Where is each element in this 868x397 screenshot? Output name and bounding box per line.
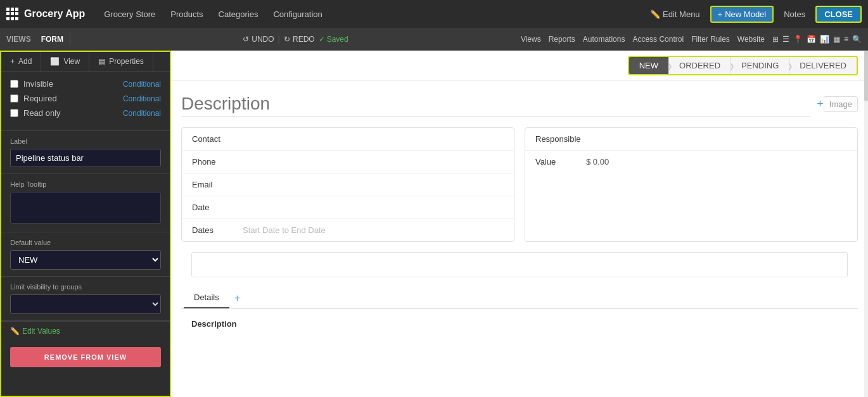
tab-bar: Details +	[181, 287, 858, 309]
label-input[interactable]	[10, 149, 161, 167]
properties-button[interactable]: ▤ Properties	[89, 52, 153, 71]
views-link[interactable]: Views	[521, 35, 541, 44]
reports-link[interactable]: Reports	[549, 35, 575, 44]
plus-icon: +	[10, 57, 15, 66]
email-row: Email	[182, 173, 514, 196]
contact-row: Contact	[182, 128, 514, 151]
form-columns: Contact Phone Email Date	[181, 127, 858, 242]
dates-row: Dates Start Date to End Date	[182, 219, 514, 241]
form-header: + Image	[181, 91, 858, 117]
toolbar-icon-search[interactable]: 🔍	[852, 35, 862, 44]
form-title-input[interactable]	[181, 91, 810, 117]
views-label[interactable]: VIEWS	[6, 35, 31, 44]
status-steps: NEW ORDERED PENDING DELIVERED	[628, 56, 858, 75]
scroll-thumb	[864, 51, 868, 101]
form-label[interactable]: FORM	[41, 35, 63, 44]
sub-nav-left: VIEWS FORM	[6, 35, 63, 44]
form-right-col: Responsible Value $ 0.00	[525, 127, 858, 242]
dates-label: Dates	[192, 225, 243, 235]
default-value-label: Default value	[10, 239, 161, 246]
edit-values-icon: ✏️	[10, 327, 20, 336]
phone-label: Phone	[192, 157, 243, 167]
toolbar-icon-7[interactable]: ≡	[844, 35, 848, 44]
filter-rules-link[interactable]: Filter Rules	[691, 35, 730, 44]
nav-categories[interactable]: Categories	[212, 7, 265, 22]
app-grid-icon[interactable]	[6, 8, 19, 20]
responsible-label: Responsible	[535, 134, 586, 144]
nav-grocery-store[interactable]: Grocery Store	[98, 7, 162, 22]
tab-details[interactable]: Details	[184, 287, 229, 308]
description-section: Description	[181, 309, 858, 339]
nav-products[interactable]: Products	[164, 7, 209, 22]
add-row-btn[interactable]: +	[817, 98, 824, 111]
tooltip-input[interactable]	[10, 192, 161, 224]
access-control-link[interactable]: Access Control	[632, 35, 684, 44]
form-left-col: Contact Phone Email Date	[181, 127, 514, 242]
form-area: + Image Contact Phone Email	[171, 81, 868, 349]
edit-values-btn[interactable]: ✏️ Edit Values	[1, 321, 170, 341]
status-bar: NEW ORDERED PENDING DELIVERED	[171, 51, 868, 81]
panel-toolbar: + Add ⬜ View ▤ Properties	[1, 52, 170, 72]
description-label: Description	[191, 319, 237, 329]
readonly-row: Read only Conditional	[10, 108, 161, 118]
close-button[interactable]: CLOSE	[815, 6, 862, 23]
invisible-row: Invisible Conditional	[10, 79, 161, 89]
sub-nav-right: Views Reports Automations Access Control…	[521, 35, 862, 44]
toolbar-icon-4[interactable]: 📅	[807, 35, 816, 44]
toolbar-icon-1[interactable]: ⊞	[772, 35, 779, 44]
readonly-conditional[interactable]: Conditional	[123, 109, 161, 118]
value-amount: $ 0.00	[586, 157, 847, 167]
required-checkbox[interactable]	[10, 94, 18, 103]
notes-btn[interactable]: Notes	[779, 7, 810, 22]
readonly-checkbox[interactable]	[10, 109, 18, 117]
dates-placeholder: Start Date to End Date	[243, 225, 326, 235]
date-label: Date	[192, 203, 243, 212]
image-btn[interactable]: Image	[824, 96, 858, 112]
website-link[interactable]: Website	[737, 35, 765, 44]
status-step-pending[interactable]: PENDING	[731, 57, 789, 74]
edit-menu-btn[interactable]: ✏️ Edit Menu	[645, 7, 705, 22]
nav-configuration[interactable]: Configuration	[267, 7, 328, 22]
view-icon: ⬜	[50, 57, 60, 66]
sub-nav-divider	[70, 33, 70, 46]
toolbar-icon-2[interactable]: ☰	[782, 35, 789, 44]
toolbar-icon-3[interactable]: 📍	[793, 35, 803, 44]
invisible-checkbox[interactable]	[10, 80, 18, 88]
invisible-conditional[interactable]: Conditional	[123, 80, 161, 89]
undo-btn[interactable]: ↺ UNDO	[243, 35, 274, 44]
scroll-indicator[interactable]	[864, 51, 868, 397]
redo-btn[interactable]: ↻ REDO	[284, 35, 315, 44]
status-step-delivered[interactable]: DELIVERED	[789, 57, 857, 74]
add-button[interactable]: + Add	[1, 52, 41, 71]
visibility-label: Limit visibility to groups	[10, 283, 161, 291]
nav-links: Grocery Store Products Categories Config…	[98, 7, 645, 22]
required-label: Required	[23, 94, 123, 103]
new-model-button[interactable]: + New Model	[710, 6, 774, 23]
phone-row: Phone	[182, 151, 514, 173]
checkbox-section: Invisible Conditional Required Condition…	[1, 72, 170, 131]
status-step-new[interactable]: NEW	[629, 57, 669, 74]
status-step-ordered[interactable]: ORDERED	[669, 57, 731, 74]
default-value-select[interactable]: NEW ORDERED PENDING DELIVERED	[10, 250, 161, 270]
visibility-select[interactable]	[10, 294, 161, 314]
toolbar-icon-5[interactable]: 📊	[820, 35, 829, 44]
main-area: NEW ORDERED PENDING DELIVERED + Image Co…	[171, 51, 868, 397]
required-conditional[interactable]: Conditional	[123, 94, 161, 103]
automations-link[interactable]: Automations	[583, 35, 625, 44]
responsible-row: Responsible	[525, 128, 857, 151]
date-row: Date	[182, 196, 514, 219]
contact-label: Contact	[192, 134, 243, 144]
content-area: + Add ⬜ View ▤ Properties Invisible Cond…	[0, 51, 868, 397]
text-input-field[interactable]	[191, 252, 848, 277]
nav-right: ✏️ Edit Menu + New Model Notes CLOSE	[645, 6, 862, 23]
label-field-label: Label	[10, 137, 161, 145]
remove-from-view-button[interactable]: REMOVE FROM VIEW	[10, 347, 161, 367]
tab-add-btn[interactable]: +	[229, 290, 245, 306]
value-label: Value	[535, 157, 586, 167]
email-label: Email	[192, 180, 243, 189]
view-button[interactable]: ⬜ View	[41, 52, 89, 71]
tooltip-label: Help Tooltip	[10, 180, 161, 188]
app-title: Grocery App	[24, 8, 85, 20]
visibility-section: Limit visibility to groups	[1, 277, 170, 321]
toolbar-icon-6[interactable]: ▦	[833, 35, 840, 44]
